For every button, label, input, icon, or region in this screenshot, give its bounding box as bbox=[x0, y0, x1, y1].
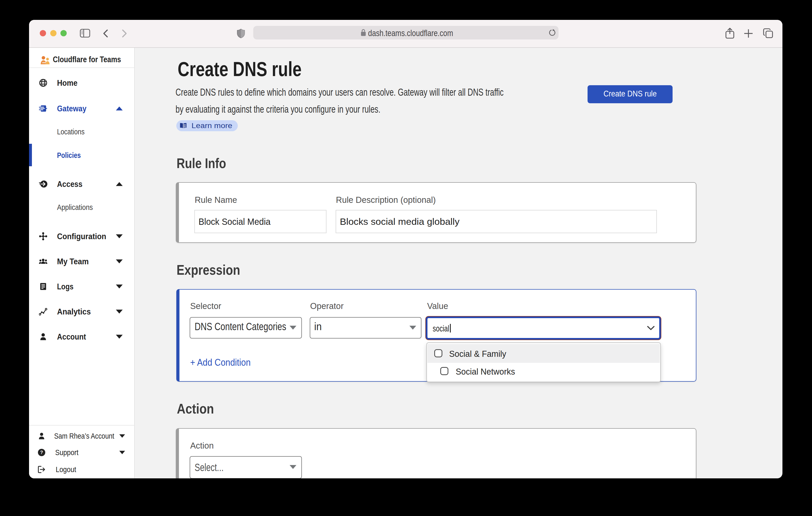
svg-text:?: ? bbox=[40, 450, 43, 455]
